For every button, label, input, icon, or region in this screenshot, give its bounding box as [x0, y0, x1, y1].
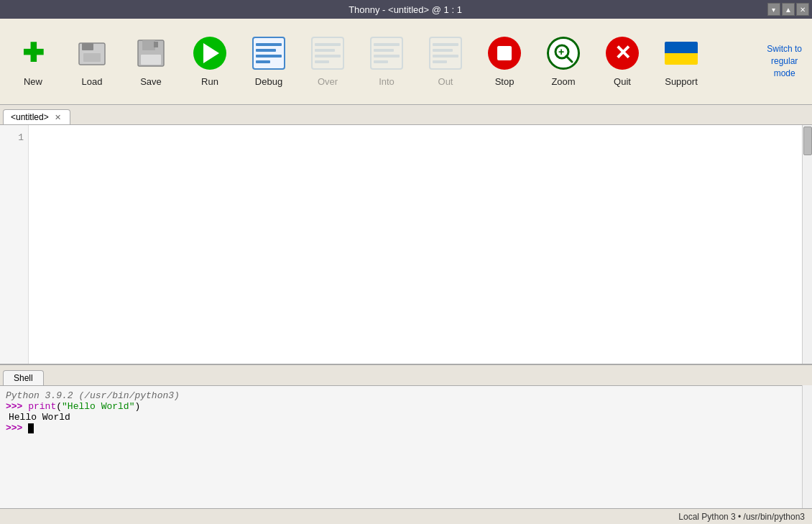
zoom-button[interactable]: + Zoom — [535, 22, 592, 99]
new-button[interactable]: ✚ New — [4, 22, 62, 99]
stop-button[interactable]: Stop — [476, 22, 533, 99]
shell-current-prompt: >>> — [6, 423, 796, 433]
editor-content[interactable] — [29, 125, 802, 364]
svg-rect-6 — [154, 42, 158, 47]
stop-icon — [486, 35, 523, 72]
load-label: Load — [82, 76, 103, 87]
support-icon — [663, 35, 700, 72]
out-icon — [427, 35, 464, 72]
shell-code-2: ) — [134, 401, 140, 412]
into-label: Into — [379, 76, 395, 87]
close-button[interactable]: ✕ — [796, 3, 809, 16]
new-label: New — [24, 76, 42, 87]
shell-cursor — [28, 423, 34, 433]
out-label: Out — [438, 76, 453, 87]
editor-tab-untitled[interactable]: <untitled> ✕ — [3, 109, 70, 124]
debug-label: Debug — [255, 76, 282, 87]
stop-label: Stop — [495, 76, 515, 87]
svg-rect-2 — [83, 53, 101, 62]
zoom-icon: + — [545, 35, 582, 72]
quit-icon: ✕ — [604, 35, 641, 72]
shell-prompt-1: >>> — [6, 401, 28, 412]
into-button: Into — [358, 22, 415, 99]
shell-python-version: Python 3.9.2 (/usr/bin/python3) — [6, 390, 180, 401]
statusbar-text: Local Python 3 • /usr/bin/python3 — [678, 512, 805, 522]
shell-panel: Shell Python 3.9.2 (/usr/bin/python3) >>… — [0, 364, 812, 508]
svg-line-8 — [566, 56, 572, 62]
shell-history-line-1: >>> print("Hello World") — [6, 401, 796, 412]
over-button: Over — [299, 22, 356, 99]
run-label: Run — [201, 76, 218, 87]
editor-scrollbar[interactable] — [802, 125, 812, 364]
editor-tabs-bar: <untitled> ✕ — [0, 105, 812, 125]
zoom-label: Zoom — [551, 76, 575, 87]
run-button[interactable]: Run — [181, 22, 239, 99]
debug-icon — [250, 35, 287, 72]
shell-content[interactable]: Python 3.9.2 (/usr/bin/python3) >>> prin… — [0, 385, 802, 508]
over-label: Over — [318, 76, 338, 87]
shell-tab-label: Shell — [14, 373, 33, 383]
editor-area: 1 — [0, 125, 812, 364]
toolbar: ✚ New Load Save — [0, 19, 812, 105]
editor-tab-close[interactable]: ✕ — [53, 113, 63, 122]
titlebar-title: Thonny - <untitled> @ 1 : 1 — [349, 4, 462, 15]
over-icon — [309, 35, 346, 72]
svg-rect-4 — [142, 40, 155, 50]
editor-scrollbar-thumb[interactable] — [803, 127, 812, 155]
line-number-1: 1 — [6, 131, 24, 146]
shell-prompt-2: >>> — [6, 423, 28, 433]
svg-rect-1 — [82, 43, 93, 50]
switch-mode-anchor[interactable]: Switch toregularmode — [767, 43, 802, 79]
shell-tab[interactable]: Shell — [3, 370, 44, 385]
support-button[interactable]: Support — [652, 22, 710, 99]
titlebar: Thonny - <untitled> @ 1 : 1 ▾ ▲ ✕ — [0, 0, 812, 19]
debug-button[interactable]: Debug — [240, 22, 297, 99]
shell-func-1: print — [28, 401, 56, 412]
quit-label: Quit — [614, 76, 631, 87]
into-icon — [368, 35, 405, 72]
statusbar: Local Python 3 • /usr/bin/python3 — [0, 508, 812, 524]
support-label: Support — [665, 76, 698, 87]
run-icon — [191, 35, 229, 72]
titlebar-controls[interactable]: ▾ ▲ ✕ — [767, 3, 812, 16]
svg-text:+: + — [558, 46, 564, 58]
editor-tab-title: <untitled> — [11, 112, 49, 122]
shell-code-1: ( — [56, 401, 62, 412]
switch-mode-link[interactable]: Switch toregularmode — [767, 22, 808, 101]
load-button[interactable]: Load — [63, 22, 121, 99]
save-label: Save — [140, 76, 162, 87]
out-button: Out — [417, 22, 474, 99]
shell-output-line: Hello World — [6, 412, 796, 423]
shell-string-1: "Hello World" — [62, 401, 134, 412]
shell-info-line: Python 3.9.2 (/usr/bin/python3) — [6, 390, 796, 401]
save-button[interactable]: Save — [122, 22, 180, 99]
load-icon — [73, 35, 111, 72]
line-numbers: 1 — [0, 125, 29, 364]
shell-tabs-bar: Shell — [0, 365, 812, 385]
shell-scrollbar[interactable] — [802, 385, 812, 508]
minimize-button[interactable]: ▾ — [767, 3, 780, 16]
save-icon — [132, 35, 170, 72]
quit-button[interactable]: ✕ Quit — [594, 22, 651, 99]
shell-text: Python 3.9.2 (/usr/bin/python3) >>> prin… — [6, 390, 796, 504]
new-icon: ✚ — [14, 35, 52, 72]
svg-rect-5 — [141, 55, 161, 65]
shell-output-text: Hello World — [9, 412, 70, 423]
maximize-button[interactable]: ▲ — [782, 3, 795, 16]
